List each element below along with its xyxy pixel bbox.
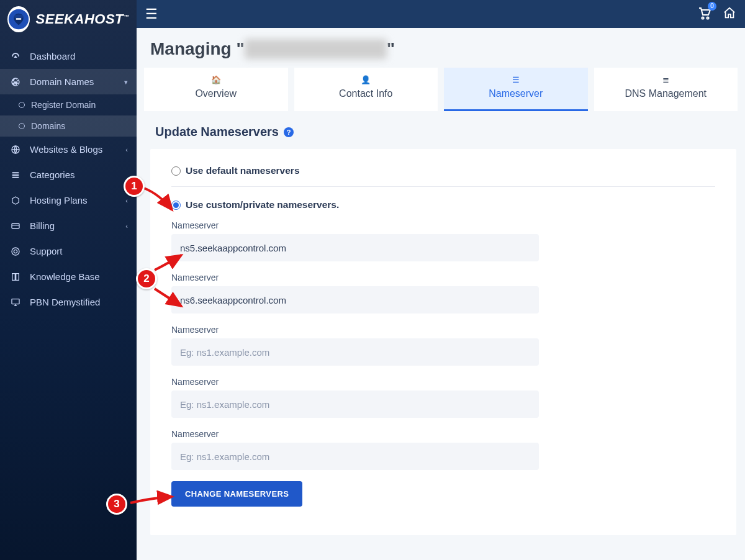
- menu-toggle-icon[interactable]: ☰: [145, 6, 158, 22]
- brand-logo[interactable]: SEEKAHOST™: [0, 0, 137, 43]
- sidebar-item-label: Categories: [30, 169, 75, 180]
- topbar: ☰ 0: [137, 0, 745, 28]
- chevron-left-icon: ‹: [125, 197, 128, 204]
- tab-contact-info[interactable]: 👤 Contact Info: [294, 68, 438, 111]
- tab-label: Overview: [195, 88, 237, 99]
- svg-rect-7: [12, 299, 19, 304]
- sidebar-item-support[interactable]: Support: [0, 238, 137, 264]
- sidebar-sub-register-domain[interactable]: Register Domain: [0, 94, 137, 115]
- chevron-down-icon: ▾: [124, 78, 128, 86]
- card-icon: [10, 221, 21, 231]
- cart-button[interactable]: 0: [697, 6, 711, 23]
- sidebar-item-label: Dashboard: [30, 51, 75, 61]
- radio-custom-label: Use custom/private nameservers.: [186, 199, 339, 210]
- svg-rect-2: [16, 18, 22, 20]
- sidebar-item-categories[interactable]: Categories: [0, 162, 137, 187]
- tab-nameserver[interactable]: ☰ Nameserver: [444, 68, 588, 111]
- tab-bar: 🏠 Overview 👤 Contact Info ☰ Nameserver ≣…: [144, 68, 738, 111]
- lifebuoy-icon: [10, 246, 21, 256]
- list-icon: [10, 170, 21, 180]
- chevron-left-icon: ‹: [125, 222, 128, 230]
- redacted-domain: example-domain: [245, 39, 387, 59]
- ns-label: Nameserver: [171, 220, 715, 230]
- book-icon: [10, 272, 21, 282]
- ns-input-2[interactable]: [171, 286, 539, 314]
- sidebar-item-dashboard[interactable]: Dashboard: [0, 43, 137, 69]
- sidebar-item-hosting[interactable]: Hosting Plans ‹: [0, 187, 137, 213]
- sidebar-item-label: Support: [30, 246, 63, 256]
- chevron-left-icon: ‹: [125, 146, 128, 153]
- radio-default-label: Use default nameservers: [186, 165, 300, 176]
- radio-custom-row[interactable]: Use custom/private nameservers.: [171, 199, 715, 210]
- tab-dns[interactable]: ≣ DNS Management: [594, 68, 738, 111]
- home-icon: [723, 6, 736, 20]
- sidebar-item-label: Billing: [30, 220, 55, 231]
- globe-icon: [10, 145, 21, 155]
- ns-label: Nameserver: [171, 273, 715, 282]
- main-content: Managing "example-domain" 🏠 Overview 👤 C…: [137, 28, 745, 560]
- svg-point-6: [14, 250, 17, 253]
- gauge-icon: [10, 52, 21, 61]
- radio-custom[interactable]: [171, 201, 181, 210]
- brand-mark: [7, 6, 30, 32]
- sidebar-item-label: Knowledge Base: [30, 271, 100, 282]
- ns-label: Nameserver: [171, 377, 715, 387]
- sidebar-item-label: Domain Names: [30, 76, 94, 87]
- svg-point-9: [707, 17, 708, 19]
- user-icon: 👤: [299, 75, 433, 84]
- bullet-icon: [19, 102, 25, 108]
- cube-icon: [10, 196, 21, 205]
- nameservers-panel: Use default nameservers Use custom/priva…: [150, 149, 736, 535]
- ns-input-5[interactable]: [171, 443, 539, 470]
- sidebar-sub-label: Register Domain: [31, 100, 96, 110]
- main-nav: Dashboard Domain Names ▾ Register Domain…: [0, 43, 137, 315]
- home-icon: 🏠: [149, 75, 283, 84]
- ns-input-3[interactable]: [171, 338, 539, 366]
- ns-label: Nameserver: [171, 325, 715, 335]
- radio-default[interactable]: [171, 166, 181, 176]
- tab-label: DNS Management: [625, 88, 707, 99]
- sidebar-item-domain-names[interactable]: Domain Names ▾: [0, 69, 137, 94]
- ns-label: Nameserver: [171, 429, 715, 439]
- help-icon[interactable]: ?: [284, 127, 294, 137]
- sidebar-item-label: Websites & Blogs: [30, 144, 102, 155]
- sidebar-item-label: PBN Demystified: [30, 297, 100, 307]
- sidebar-item-billing[interactable]: Billing ‹: [0, 213, 137, 238]
- ns-input-4[interactable]: [171, 391, 539, 418]
- sidebar-item-pbn[interactable]: PBN Demystified: [0, 289, 137, 315]
- section-title: Update Nameservers ?: [137, 122, 745, 144]
- divider: [171, 186, 715, 187]
- svg-rect-4: [12, 224, 19, 228]
- sidebar-sub-label: Domains: [31, 121, 65, 131]
- stack-icon: ≣: [599, 75, 733, 84]
- cart-count-badge: 0: [708, 2, 716, 11]
- tab-overview[interactable]: 🏠 Overview: [144, 68, 288, 111]
- tab-label: Nameserver: [489, 88, 543, 99]
- sidebar-sub-domains[interactable]: Domains: [0, 115, 137, 137]
- change-nameservers-button[interactable]: CHANGE NAMESERVERS: [171, 481, 302, 507]
- bullet-icon: [19, 123, 25, 129]
- home-button[interactable]: [723, 6, 736, 22]
- brand-name: SEEKAHOST™: [36, 11, 129, 27]
- monitor-icon: [10, 297, 21, 307]
- sidebar-item-label: Hosting Plans: [30, 195, 88, 205]
- sidebar-item-websites[interactable]: Websites & Blogs ‹: [0, 137, 137, 162]
- sidebar-item-kb[interactable]: Knowledge Base: [0, 264, 137, 289]
- svg-point-1: [14, 14, 23, 19]
- page-title: Managing "example-domain": [137, 34, 745, 68]
- globe-icon: [10, 77, 21, 87]
- server-icon: ☰: [449, 75, 583, 84]
- svg-point-5: [12, 248, 19, 255]
- ns-input-1[interactable]: [171, 234, 539, 261]
- tab-label: Contact Info: [339, 88, 392, 99]
- radio-default-row[interactable]: Use default nameservers: [171, 165, 715, 176]
- sidebar: SEEKAHOST™ Dashboard Domain Names ▾ Regi…: [0, 0, 137, 560]
- svg-point-8: [702, 17, 703, 19]
